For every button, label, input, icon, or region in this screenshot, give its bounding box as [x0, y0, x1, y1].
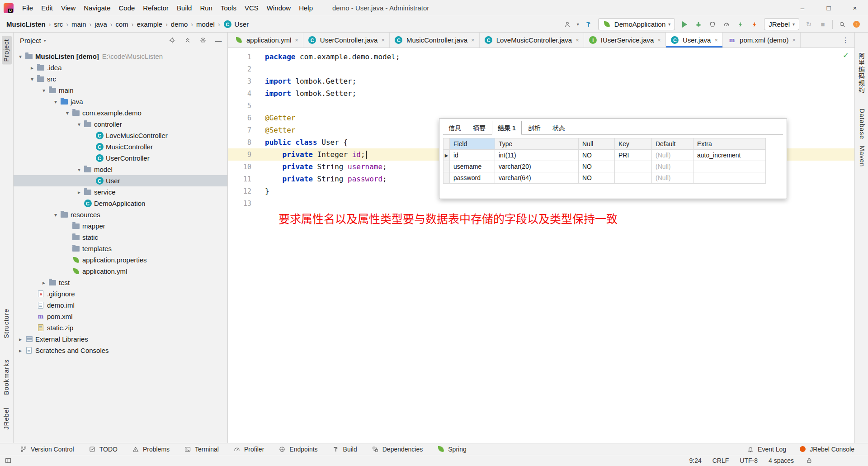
toolwindow-button-endpoints[interactable]: Endpoints — [278, 445, 317, 453]
tab-close-icon[interactable]: × — [576, 37, 579, 43]
collapse-all-icon[interactable] — [183, 36, 192, 44]
tree-chevron-icon[interactable]: ▸ — [16, 347, 24, 354]
db-column-header[interactable]: Extra — [693, 138, 766, 150]
tree-item[interactable]: CUser — [14, 175, 227, 186]
toolwindow-button-problems[interactable]: Problems — [131, 445, 170, 453]
db-cell[interactable]: (Null) — [652, 161, 693, 172]
profiler-button[interactable] — [722, 20, 731, 29]
toolwindow-toggle-icon[interactable] — [4, 456, 13, 465]
tree-item[interactable]: .gitignore — [14, 288, 227, 300]
breadcrumb-item[interactable]: src — [53, 20, 64, 28]
editor-tab[interactable]: mpom.xml (demo)× — [723, 33, 801, 48]
stop-button[interactable]: ■ — [818, 20, 827, 29]
db-cell[interactable]: password — [450, 172, 495, 184]
rerun-button[interactable]: ↻ — [804, 20, 813, 29]
run-button[interactable] — [680, 20, 689, 29]
jrebel-select[interactable]: JRebel ▾ — [764, 18, 799, 30]
menu-run[interactable]: Run — [196, 0, 217, 16]
toolwindow-button-version-control[interactable]: Version Control — [19, 445, 74, 453]
tree-item[interactable]: static.zip — [14, 322, 227, 333]
run-configuration-select[interactable]: DemoApplication ▾ — [598, 18, 675, 30]
tree-chevron-icon[interactable]: ▾ — [75, 166, 83, 173]
tree-item[interactable]: ▸service — [14, 186, 227, 198]
coverage-button[interactable] — [708, 20, 717, 29]
tree-item[interactable]: CMusicController — [14, 141, 227, 152]
tree-item[interactable]: ▾com.example.demo — [14, 107, 227, 119]
tree-item[interactable]: ▸test — [14, 277, 227, 288]
breadcrumb-item[interactable]: com — [114, 20, 129, 28]
stripe-structure[interactable]: Structure — [2, 306, 12, 341]
db-cell[interactable]: PRI — [615, 150, 652, 161]
db-cell[interactable] — [693, 172, 766, 184]
lock-icon[interactable] — [805, 456, 814, 465]
tab-close-icon[interactable]: × — [714, 37, 718, 43]
breadcrumb-item[interactable]: MusicListen — [5, 20, 47, 28]
settings-icon[interactable] — [198, 36, 208, 44]
menu-tools[interactable]: Tools — [217, 0, 241, 16]
tree-item[interactable]: CLoveMusicController — [14, 130, 227, 141]
db-cell[interactable]: NO — [579, 150, 615, 161]
file-encoding[interactable]: UTF-8 — [740, 457, 758, 464]
tab-close-icon[interactable]: × — [381, 37, 385, 43]
indent-setting[interactable]: 4 spaces — [769, 457, 794, 464]
menu-navigate[interactable]: Navigate — [80, 0, 114, 16]
stripe-maven[interactable]: Maven — [857, 143, 867, 170]
toolwindow-button-terminal[interactable]: Terminal — [183, 445, 219, 453]
line-separator[interactable]: CRLF — [712, 457, 729, 464]
stripe-project[interactable]: Project — [2, 36, 12, 65]
db-tab[interactable]: 信息 — [443, 121, 467, 134]
tree-chevron-icon[interactable]: ▸ — [40, 280, 48, 286]
tree-chevron-icon[interactable]: ▾ — [75, 121, 83, 128]
tree-item[interactable]: CUserController — [14, 152, 227, 164]
menu-window[interactable]: Window — [263, 0, 295, 16]
editor-tab[interactable]: application.yml× — [230, 33, 303, 48]
db-cell[interactable] — [615, 172, 652, 184]
db-cell[interactable]: int(11) — [495, 150, 579, 161]
db-cell[interactable]: id — [450, 150, 495, 161]
minimize-button[interactable]: – — [789, 0, 816, 16]
editor-tab[interactable]: CLoveMusicController.java× — [480, 33, 584, 48]
tree-item[interactable]: ▾resources — [14, 209, 227, 220]
build-hammer-icon[interactable] — [584, 20, 593, 29]
db-cell[interactable]: NO — [579, 161, 615, 172]
tree-item[interactable]: ▾main — [14, 85, 227, 96]
menu-file[interactable]: File — [18, 0, 37, 16]
code-editor[interactable]: 1package com.example.demo.model;23import… — [228, 48, 854, 443]
tree-item[interactable]: ▾src — [14, 73, 227, 85]
toolwindow-button-todo[interactable]: TODO — [88, 445, 118, 453]
db-row[interactable]: usernamevarchar(20)NO(Null) — [443, 161, 766, 172]
toolwindow-button-build[interactable]: Build — [331, 445, 357, 453]
user-icon[interactable] — [563, 20, 572, 29]
jrebel-run-button[interactable] — [736, 20, 745, 29]
stripe-database[interactable]: Database — [857, 106, 867, 142]
breadcrumb-item[interactable]: example — [136, 20, 163, 28]
tab-close-icon[interactable]: × — [471, 37, 475, 43]
editor-tab[interactable]: IIUserService.java× — [584, 33, 666, 48]
db-row[interactable]: ▶idint(11)NOPRI(Null)auto_increment — [443, 150, 766, 161]
caret-position[interactable]: 9:24 — [689, 457, 701, 464]
tree-chevron-icon[interactable]: ▾ — [16, 53, 24, 60]
tree-chevron-icon[interactable]: ▸ — [75, 189, 83, 195]
db-cell[interactable]: varchar(64) — [495, 172, 579, 184]
db-tab[interactable]: 结果 1 — [492, 121, 522, 135]
tree-item[interactable]: ▸.idea — [14, 62, 227, 73]
editor-tab[interactable]: CUserController.java× — [303, 33, 390, 48]
breadcrumb-item[interactable]: CUser — [222, 20, 250, 29]
tree-chevron-icon[interactable]: ▸ — [28, 65, 36, 71]
menu-code[interactable]: Code — [114, 0, 139, 16]
stripe-plugin[interactable]: 阿里编码规约 — [857, 50, 867, 96]
breadcrumb-item[interactable]: java — [94, 20, 108, 28]
search-icon[interactable] — [838, 20, 847, 29]
breadcrumb-item[interactable]: main — [71, 20, 87, 28]
tree-item[interactable]: mpom.xml — [14, 311, 227, 322]
db-column-header[interactable]: Field — [450, 138, 495, 150]
user-dropdown-icon[interactable]: ▾ — [577, 22, 579, 27]
inspections-ok-icon[interactable]: ✓ — [843, 51, 849, 60]
stripe-bookmarks[interactable]: Bookmarks — [2, 357, 12, 398]
breadcrumb-item[interactable]: demo — [170, 20, 189, 28]
editor-line[interactable]: 5 — [228, 100, 854, 112]
tree-chevron-icon[interactable]: ▾ — [52, 99, 60, 105]
tree-item[interactable]: ▾model — [14, 164, 227, 175]
hide-panel-icon[interactable]: — — [214, 36, 223, 44]
db-tab[interactable]: 摘要 — [467, 121, 491, 134]
